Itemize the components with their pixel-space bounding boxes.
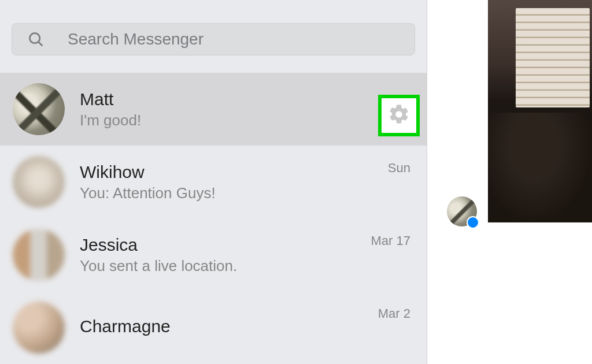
gear-icon[interactable] (387, 103, 410, 128)
sender-avatar-wrap (447, 196, 477, 226)
conversation-timestamp: Mar 2 (378, 306, 410, 321)
conversation-item-jessica[interactable]: Jessica You sent a live location. Mar 17 (0, 218, 427, 291)
messenger-badge-icon (467, 216, 479, 229)
conversation-item-charmagne[interactable]: Charmagne Mar 2 (0, 291, 427, 364)
avatar (13, 229, 65, 281)
conversation-text: Matt I'm good! (80, 90, 395, 129)
conversation-text: Jessica You sent a live location. (80, 235, 371, 275)
conversation-name: Jessica (80, 235, 371, 255)
conversation-preview: I'm good! (80, 112, 395, 129)
conversation-preview: You: Attention Guys! (80, 184, 388, 202)
avatar (13, 83, 65, 135)
conversation-detail-panel (427, 0, 592, 364)
conversation-item-matt[interactable]: Matt I'm good! Fri (0, 73, 427, 146)
settings-highlight-box (378, 95, 420, 136)
conversation-name: Charmagne (80, 317, 378, 336)
conversation-preview: You sent a live location. (80, 257, 371, 275)
conversation-text: Wikihow You: Attention Guys! (80, 162, 388, 202)
search-bar[interactable] (12, 23, 415, 55)
media-image-content (488, 113, 592, 222)
conversation-list-panel: Matt I'm good! Fri Wikihow You: Attentio… (0, 0, 427, 364)
svg-line-1 (39, 42, 43, 46)
conversation-text: Charmagne (80, 317, 378, 339)
svg-point-0 (29, 33, 40, 43)
search-icon (27, 31, 45, 48)
search-input[interactable] (68, 30, 399, 49)
conversation-name: Matt (80, 90, 395, 109)
conversation-item-wikihow[interactable]: Wikihow You: Attention Guys! Sun (0, 146, 427, 218)
conversation-timestamp: Mar 17 (371, 233, 410, 248)
conversation-timestamp: Sun (388, 161, 410, 176)
avatar (13, 156, 65, 208)
shared-media-preview[interactable] (488, 0, 592, 222)
media-image-content (516, 8, 590, 107)
conversation-name: Wikihow (80, 162, 388, 182)
avatar (13, 302, 65, 354)
conversation-list: Matt I'm good! Fri Wikihow You: Attentio… (0, 73, 427, 364)
